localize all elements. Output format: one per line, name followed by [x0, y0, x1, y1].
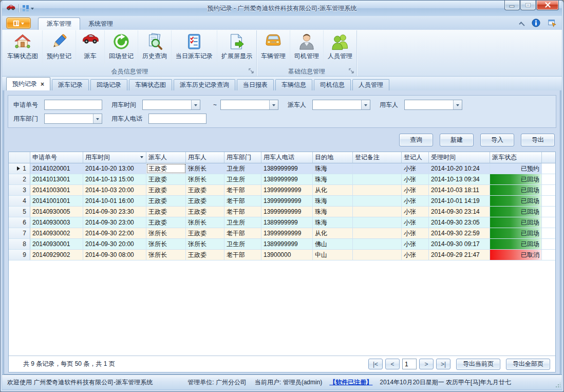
new-button[interactable]: 新建: [440, 134, 474, 146]
column-header-8[interactable]: 登记备注: [353, 152, 402, 163]
table-row[interactable]: 5201409300052014-09-30 23:30王政委王政委老干部139…: [9, 207, 555, 217]
cell[interactable]: [353, 228, 402, 238]
column-header-6[interactable]: 用车人电话: [261, 152, 313, 163]
table-row[interactable]: 4201410010012014-10-01 16:00王政委王政委老干部139…: [9, 196, 555, 207]
extended-screen-button[interactable]: 扩展屏显示: [217, 30, 256, 67]
cell[interactable]: 王政委: [146, 196, 186, 206]
tab-personnel-management[interactable]: 人员管理: [352, 79, 389, 90]
column-header-11[interactable]: 派车状态: [490, 152, 542, 163]
column-header-3[interactable]: 派车人: [146, 152, 186, 163]
tab-vehicle-info[interactable]: 车辆信息: [275, 79, 312, 90]
cell[interactable]: 王政委: [146, 185, 186, 195]
return-register-button[interactable]: 回场登记: [105, 30, 138, 67]
next-page-button[interactable]: >: [419, 359, 434, 369]
cell[interactable]: 王政委: [146, 163, 186, 174]
cell[interactable]: 张所长: [146, 228, 186, 238]
cell[interactable]: 小张: [402, 250, 429, 260]
cell[interactable]: [353, 239, 402, 249]
dispatcher-select[interactable]: [312, 100, 370, 110]
cell[interactable]: 小张: [402, 174, 429, 184]
table-row[interactable]: 6201409300032014-09-30 23:00王政委张所长卫生所138…: [9, 217, 555, 228]
tab-driver-info[interactable]: 司机信息: [314, 79, 351, 90]
cell[interactable]: 2014-10-01 14:19: [429, 196, 490, 206]
cell[interactable]: [353, 174, 402, 184]
cell[interactable]: 卫生所: [224, 174, 261, 184]
cell[interactable]: 珠海: [313, 163, 353, 174]
cell[interactable]: 2014-09-29 21:47: [429, 250, 490, 260]
cell[interactable]: [353, 196, 402, 206]
dropdown-button[interactable]: [361, 100, 370, 109]
export-button[interactable]: 导出: [521, 134, 555, 146]
cell[interactable]: 2014-09-30 23:05: [429, 217, 490, 228]
cell[interactable]: 张所长: [186, 217, 224, 228]
personnel-management-button[interactable]: 人员管理: [324, 30, 356, 67]
cell[interactable]: 20141003001: [30, 185, 83, 195]
layout-icon[interactable]: [22, 5, 34, 12]
dropdown-button[interactable]: [269, 100, 278, 109]
column-header-1[interactable]: 申请单号: [30, 152, 83, 163]
tab-dispatch-records[interactable]: 派车记录: [52, 79, 89, 90]
info-icon[interactable]: [532, 18, 540, 29]
cell[interactable]: 珠海: [313, 196, 353, 206]
car-user-select[interactable]: [404, 100, 462, 110]
cell[interactable]: 2014-09-30 08:00: [83, 250, 146, 260]
row-indicator-header[interactable]: [9, 152, 30, 163]
query-button[interactable]: 查询: [399, 134, 433, 146]
cell[interactable]: 佛山: [313, 239, 353, 249]
export-current-page-button[interactable]: 导出当前页: [456, 359, 500, 370]
reservation-register-button[interactable]: 预约登记: [43, 30, 76, 67]
vehicle-status-chart-button[interactable]: 车辆状态图: [3, 30, 43, 67]
last-page-button[interactable]: >|: [436, 359, 450, 369]
column-header-10[interactable]: 受理时间: [429, 152, 490, 163]
cell[interactable]: 1389999999: [261, 174, 313, 184]
cell[interactable]: 老干部: [224, 250, 261, 260]
cell[interactable]: 20141020001: [30, 163, 83, 174]
cell[interactable]: 20140930005: [30, 207, 83, 217]
cell[interactable]: 珠海: [313, 217, 353, 228]
cell[interactable]: 张所长: [186, 163, 224, 174]
cell[interactable]: 卫生所: [224, 163, 261, 174]
cell[interactable]: 从化: [313, 228, 353, 238]
cell[interactable]: 王政委: [186, 196, 224, 206]
driver-management-button[interactable]: 司机管理: [290, 30, 324, 67]
tab-reservation-records[interactable]: 预约记录×: [6, 77, 50, 90]
column-header-4[interactable]: 用车人: [186, 152, 224, 163]
ribbon-collapse-icon[interactable]: [519, 22, 524, 27]
cell[interactable]: 张所长: [186, 239, 224, 249]
close-button[interactable]: [536, 0, 559, 10]
cell[interactable]: 20140930003: [30, 217, 83, 228]
cell[interactable]: 王政委: [146, 174, 186, 184]
cell[interactable]: 13900000: [261, 250, 313, 260]
cell[interactable]: 2014-09-30 22:59: [429, 228, 490, 238]
cell[interactable]: 珠海: [313, 174, 353, 184]
cell[interactable]: 珠海: [313, 207, 353, 217]
table-row[interactable]: 2201410130012014-10-13 15:00王政委张所长卫生所138…: [9, 174, 555, 185]
cell[interactable]: 2014-10-20 10:24: [429, 163, 490, 174]
table-row[interactable]: 9201409290022014-09-30 08:00张所长王政委老干部139…: [9, 250, 555, 260]
cell[interactable]: 卫生所: [224, 217, 261, 228]
cell[interactable]: 20141001001: [30, 196, 83, 206]
cell[interactable]: 老干部: [224, 196, 261, 206]
cell[interactable]: 2014-10-01 16:00: [83, 196, 146, 206]
cell[interactable]: 2014-10-20 13:00: [83, 163, 146, 174]
dropdown-button[interactable]: [93, 114, 102, 123]
cell[interactable]: 王政委: [186, 185, 224, 195]
close-tab-icon[interactable]: ×: [41, 81, 44, 87]
cell[interactable]: 20141013001: [30, 174, 83, 184]
cell[interactable]: 卫生所: [224, 239, 261, 249]
cell[interactable]: [353, 250, 402, 260]
request-no-input[interactable]: [44, 100, 102, 110]
cell[interactable]: 王政委: [186, 207, 224, 217]
cell[interactable]: 小张: [402, 196, 429, 206]
app-menu-button[interactable]: [6, 17, 31, 29]
resize-grip[interactable]: [555, 383, 560, 388]
export-all-pages-button[interactable]: 导出全部页: [506, 359, 550, 370]
cell[interactable]: 张所长: [146, 239, 186, 249]
table-row[interactable]: 7201409300022014-09-30 22:00张所长王政委老干部139…: [9, 228, 555, 239]
cell[interactable]: 2014-09-30 23:30: [83, 207, 146, 217]
column-header-5[interactable]: 用车部门: [224, 152, 261, 163]
cell[interactable]: [353, 185, 402, 195]
page-number-input[interactable]: [402, 359, 417, 369]
cell[interactable]: 2014-10-13 09:34: [429, 174, 490, 184]
minimize-button[interactable]: [504, 0, 520, 10]
